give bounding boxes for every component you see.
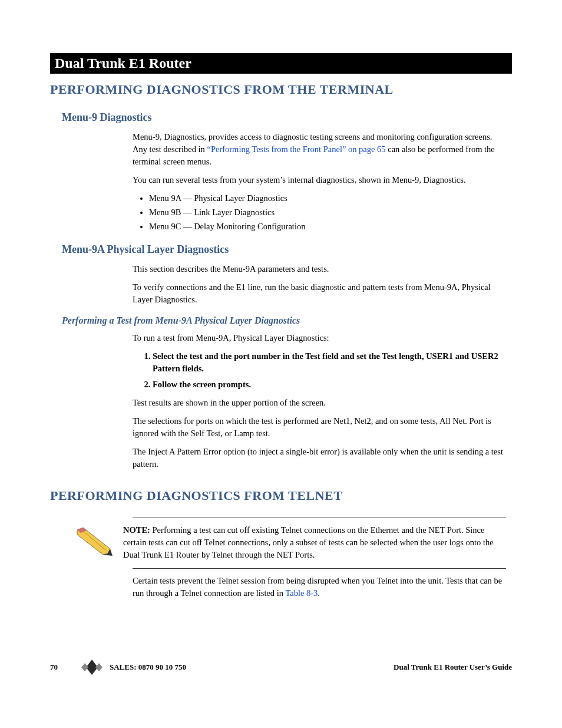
list-item: Menu 9A — Physical Layer Diagnostics (149, 192, 506, 205)
paragraph: Certain tests prevent the Telnet session… (133, 575, 506, 599)
subheading-perform-test: Performing a Test from Menu-9A Physical … (62, 315, 512, 326)
paragraph: To run a test from Menu-9A, Physical Lay… (133, 332, 506, 344)
divider (133, 518, 506, 518)
subheading-menu9: Menu-9 Diagnostics (62, 111, 512, 124)
page-number: 70 (50, 663, 58, 672)
title-bar: Dual Trunk E1 Router (50, 53, 512, 74)
note-label: NOTE: (123, 525, 153, 535)
divider (133, 568, 506, 569)
step-item: Select the test and the port number in t… (153, 350, 506, 375)
body-menu9a: This section describes the Menu-9A param… (133, 263, 506, 306)
footer-guide: Dual Trunk E1 Router User’s Guide (394, 663, 512, 672)
paragraph: Test results are shown in the upper port… (133, 397, 506, 409)
svg-marker-6 (95, 663, 103, 671)
note-text: NOTE: Performing a test can cut off exis… (123, 524, 506, 561)
page-footer: 70 SALES: 0870 90 10 750 Dual Trunk E1 R… (50, 660, 512, 675)
menu-list: Menu 9A — Physical Layer Diagnostics Men… (133, 192, 506, 233)
xref-link-front-panel[interactable]: “Performing Tests from the Front Panel” … (207, 144, 385, 154)
note-block: NOTE: Performing a test can cut off exis… (133, 524, 506, 561)
list-item: Menu 9C — Delay Monitoring Configuration (149, 220, 506, 233)
paragraph: To verify connections and the E1 line, r… (133, 281, 506, 306)
pencil-icon (74, 526, 115, 557)
step-item: Follow the screen prompts. (153, 378, 506, 391)
subheading-menu9a: Menu-9A Physical Layer Diagnostics (62, 243, 512, 256)
footer-sales: SALES: 0870 90 10 750 (110, 663, 394, 672)
logo-icon (81, 660, 103, 675)
xref-link-table[interactable]: Table 8-3 (285, 588, 318, 598)
body-telnet: NOTE: Performing a test can cut off exis… (133, 518, 506, 599)
section-heading-terminal: PERFORMING DIAGNOSTICS FROM THE TERMINAL (50, 82, 512, 97)
list-item: Menu 9B — Link Layer Diagnostics (149, 206, 506, 219)
text: . (318, 588, 320, 598)
paragraph: You can run several tests from your syst… (133, 174, 506, 186)
section-heading-telnet: PERFORMING DIAGNOSTICS FROM TELNET (50, 488, 512, 503)
note-body: Performing a test can cut off existing T… (123, 525, 494, 559)
body-perform-test: To run a test from Menu-9A, Physical Lay… (133, 332, 506, 470)
paragraph: Menu-9, Diagnostics, provides access to … (133, 131, 506, 168)
paragraph: The Inject A Pattern Error option (to in… (133, 446, 506, 470)
paragraph: This section describes the Menu-9A param… (133, 263, 506, 275)
page-content: Dual Trunk E1 Router PERFORMING DIAGNOST… (0, 0, 562, 599)
steps-list: Select the test and the port number in t… (141, 350, 506, 391)
svg-marker-5 (81, 663, 88, 671)
paragraph: The selections for ports on which the te… (133, 415, 506, 440)
body-menu9: Menu-9, Diagnostics, provides access to … (133, 131, 506, 233)
